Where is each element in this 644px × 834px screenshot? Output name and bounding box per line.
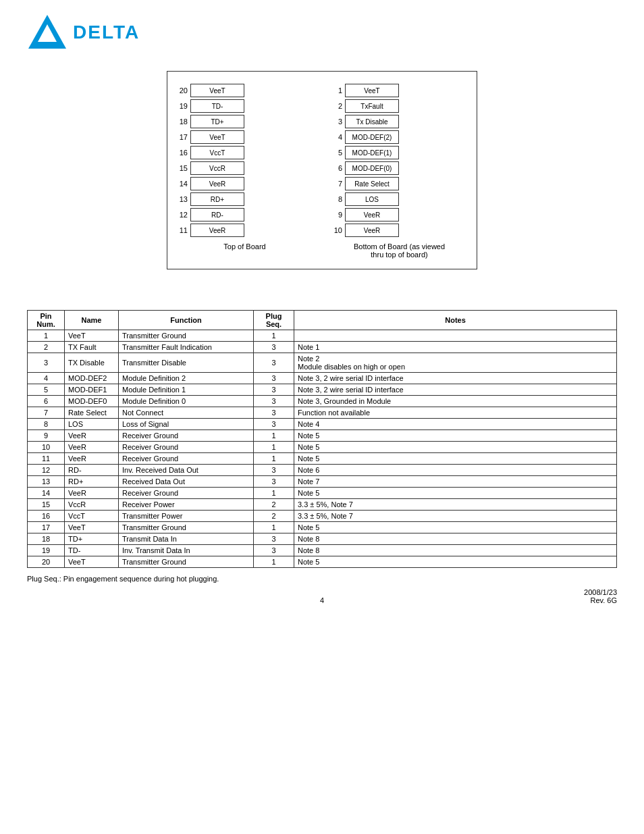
cell-pin: 5	[28, 384, 65, 396]
cell-plug: 3	[254, 533, 294, 545]
cell-pin: 1	[28, 330, 65, 342]
cell-notes: Note 6	[294, 465, 617, 476]
footer-date: 2008/1/23 Rev. 6G	[584, 588, 617, 604]
pin-box: TD-	[190, 99, 244, 113]
table-row: 11 VeeR Receiver Ground 1 Note 5	[28, 453, 617, 465]
table-row: 10 VeeR Receiver Ground 1 Note 5	[28, 442, 617, 453]
table-row: 2 TX Fault Transmitter Fault Indication …	[28, 342, 617, 353]
cell-name: TX Fault	[65, 342, 119, 353]
table-row: 12 RD- Inv. Received Data Out 3 Note 6	[28, 465, 617, 476]
cell-name: RD-	[65, 465, 119, 476]
pin-row: 18 TD+	[174, 115, 315, 128]
cell-notes: Note 5	[294, 442, 617, 453]
cell-plug: 3	[254, 465, 294, 476]
col-header-name: Name	[65, 311, 119, 330]
cell-name: VeeR	[65, 453, 119, 465]
cell-notes: Note 3, 2 wire serial ID interface	[294, 373, 617, 384]
table-row: 1 VeeT Transmitter Ground 1	[28, 330, 617, 342]
cell-pin: 14	[28, 488, 65, 499]
pin-box: VeeT	[345, 84, 399, 97]
cell-plug: 3	[254, 407, 294, 419]
table-row: 5 MOD-DEF1 Module Definition 1 3 Note 3,…	[28, 384, 617, 396]
cell-notes: Note 1	[294, 342, 617, 353]
cell-pin: 15	[28, 499, 65, 511]
pin-box: MOD-DEF(0)	[345, 161, 399, 175]
table-row: 13 RD+ Received Data Out 3 Note 7	[28, 476, 617, 488]
cell-function: Module Definition 2	[119, 373, 254, 384]
cell-name: VeeR	[65, 430, 119, 442]
pin-row: 7 Rate Select	[329, 177, 470, 190]
pin-row: 3 Tx Disable	[329, 115, 470, 128]
pin-num: 7	[329, 180, 342, 188]
pin-num: 19	[174, 102, 188, 110]
cell-plug: 3	[254, 342, 294, 353]
footer: 4 2008/1/23 Rev. 6G	[27, 596, 617, 604]
cell-notes: Note 8	[294, 533, 617, 545]
cell-function: Transmitter Fault Indication	[119, 342, 254, 353]
pin-box: Rate Select	[345, 177, 399, 190]
cell-notes: 3.3 ± 5%, Note 7	[294, 511, 617, 522]
pin-box: LOS	[345, 192, 399, 206]
pin-box: VeeR	[345, 224, 399, 237]
pin-row: 4 MOD-DEF(2)	[329, 130, 470, 144]
cell-plug: 2	[254, 511, 294, 522]
pin-row: 10 VeeR	[329, 224, 470, 237]
pin-num: 12	[174, 211, 188, 219]
cell-plug: 1	[254, 556, 294, 568]
cell-plug: 1	[254, 330, 294, 342]
pin-row: 12 RD-	[174, 208, 315, 221]
table-row: 14 VeeR Receiver Ground 1 Note 5	[28, 488, 617, 499]
pin-num: 3	[329, 118, 342, 126]
cell-plug: 3	[254, 419, 294, 430]
cell-function: Transmitter Ground	[119, 330, 254, 342]
pin-box: VeeT	[190, 84, 244, 97]
cell-plug: 1	[254, 522, 294, 533]
col-header-notes: Notes	[294, 311, 617, 330]
cell-plug: 1	[254, 430, 294, 442]
cell-function: Receiver Power	[119, 499, 254, 511]
cell-name: MOD-DEF2	[65, 373, 119, 384]
cell-plug: 3	[254, 353, 294, 373]
cell-notes: Note 2Module disables on high or open	[294, 353, 617, 373]
pin-num: 15	[174, 164, 188, 172]
table-row: 8 LOS Loss of Signal 3 Note 4	[28, 419, 617, 430]
cell-notes: Note 5	[294, 556, 617, 568]
pin-num: 17	[174, 133, 188, 141]
pin-row: 20 VeeT	[174, 84, 315, 97]
cell-notes: Note 3, Grounded in Module	[294, 396, 617, 407]
pin-box: VeeR	[345, 208, 399, 221]
cell-name: VccR	[65, 499, 119, 511]
pin-num: 8	[329, 195, 342, 203]
pin-num: 10	[329, 226, 342, 234]
cell-function: Receiver Ground	[119, 430, 254, 442]
pin-num: 9	[329, 211, 342, 219]
pin-box: VeeR	[190, 224, 244, 237]
pin-row: 15 VccR	[174, 161, 315, 175]
cell-notes: Note 5	[294, 522, 617, 533]
pin-row: 2 TxFault	[329, 99, 470, 113]
pin-num: 11	[174, 226, 188, 234]
cell-pin: 9	[28, 430, 65, 442]
pin-num: 1	[329, 86, 342, 95]
bottom-board-side: 1 VeeT 2 TxFault 3 Tx Disable 4 MOD-DEF(…	[329, 82, 470, 259]
logo-triangle-icon	[27, 14, 68, 51]
table-row: 18 TD+ Transmit Data In 3 Note 8	[28, 533, 617, 545]
cell-pin: 3	[28, 353, 65, 373]
pin-num: 13	[174, 195, 188, 203]
pin-box: Tx Disable	[345, 115, 399, 128]
cell-pin: 2	[28, 342, 65, 353]
col-header-pin: Pin Num.	[28, 311, 65, 330]
cell-notes: Note 5	[294, 453, 617, 465]
table-row: 6 MOD-DEF0 Module Definition 0 3 Note 3,…	[28, 396, 617, 407]
header: DELTA	[27, 14, 617, 51]
cell-pin: 16	[28, 511, 65, 522]
cell-pin: 19	[28, 545, 65, 556]
pin-num: 2	[329, 102, 342, 110]
cell-name: MOD-DEF0	[65, 396, 119, 407]
cell-name: VeeR	[65, 488, 119, 499]
cell-pin: 12	[28, 465, 65, 476]
pin-box: RD-	[190, 208, 244, 221]
pin-table: Pin Num. Name Function Plug Seq. Notes 1…	[27, 310, 617, 568]
cell-notes: Note 7	[294, 476, 617, 488]
cell-function: Transmitter Ground	[119, 522, 254, 533]
